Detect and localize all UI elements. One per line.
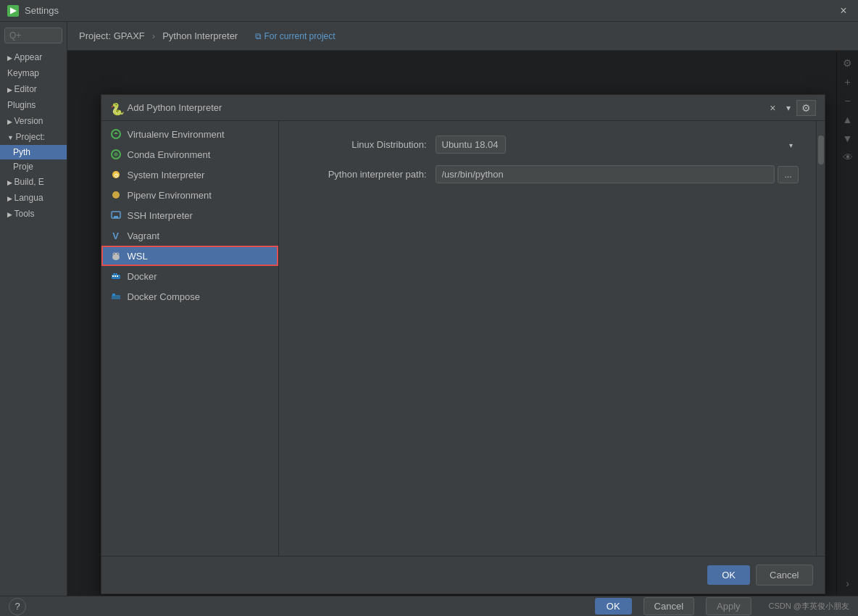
sidebar-item-appearance[interactable]: Appear [0,49,67,65]
dialog-python-icon: 🐍 [110,102,122,114]
docker-icon [110,270,122,282]
main-content: Appear Keymap Editor Plugins Version Pro… [0,22,858,596]
svg-text:⚙: ⚙ [113,172,118,179]
linux-distro-label: Linux Distribution: [296,139,427,150]
linux-distro-dropdown-wrapper: Ubuntu 18.04 ▾ [436,136,799,154]
app-icon: ▶ [7,5,19,17]
dialog-title-left: 🐍 Add Python Interpreter [110,102,222,114]
search-input[interactable] [4,28,62,43]
title-bar-left: ▶ Settings [7,5,59,17]
breadcrumb-page: Python Interpreter [162,30,238,41]
status-bar-right: OK Cancel Apply CSDN @李英俊小朋友 [595,597,849,615]
svg-point-11 [117,254,118,255]
conda-icon [110,149,122,160]
browse-button[interactable]: ... [778,166,798,183]
add-interpreter-dialog: 🐍 Add Python Interpreter × ▾ ⚙ [101,94,825,594]
settings-window: ▶ Settings × Appear Keymap Editor Plugin… [0,0,858,616]
dialog-cancel-button[interactable]: Cancel [756,565,812,586]
python-path-row: Python interpreter path: ... [296,165,799,183]
dialog-title-text: Add Python Interpreter [128,102,222,113]
scrollbar-thumb[interactable] [818,136,824,165]
for-current-project-link[interactable]: ⧉ For current project [255,31,335,41]
sidebar: Appear Keymap Editor Plugins Version Pro… [0,22,67,596]
vagrant-label: Vagrant [128,230,160,241]
watermark: CSDN @李英俊小朋友 [769,601,849,612]
svg-rect-14 [114,275,116,277]
sidebar-item-keymap[interactable]: Keymap [0,65,67,81]
help-button[interactable]: ? [9,598,26,615]
ssh-icon [110,209,122,221]
dialog-close-button[interactable]: × [765,101,780,115]
dialog-overlay: 🐍 Add Python Interpreter × ▾ ⚙ [67,51,858,596]
svg-rect-19 [112,294,115,296]
main-cancel-button[interactable]: Cancel [644,597,694,615]
docker-label: Docker [128,271,157,282]
breadcrumb-project: Project: GPAXF [79,30,145,41]
svg-point-4 [112,191,120,199]
dialog-footer: OK Cancel [101,556,825,594]
settings-spacer [279,353,816,556]
svg-point-10 [113,254,114,255]
main-ok-button[interactable]: OK [595,598,632,615]
sidebar-item-project[interactable]: Project: [0,129,67,145]
pipenv-label: Pipenv Environment [128,190,212,201]
dialog-title-right: × ▾ ⚙ [765,100,815,116]
interpreter-settings-panel: Linux Distribution: Ubuntu 18.04 ▾ [279,121,816,353]
virtualenv-label: Virtualenv Environment [128,129,225,140]
interpreter-type-virtualenv[interactable]: Virtualenv Environment [101,124,278,144]
ssh-label: SSH Interpreter [128,210,193,221]
svg-rect-17 [115,273,117,275]
sidebar-subitem-project-structure[interactable]: Proje [0,159,67,174]
sidebar-item-version[interactable]: Version [0,113,67,129]
interpreter-type-conda[interactable]: Conda Environment [101,144,278,165]
sidebar-item-editor[interactable]: Editor [0,81,67,97]
interpreter-type-docker-compose[interactable]: Docker Compose [101,286,278,307]
wsl-label: WSL [128,251,148,262]
linux-distro-control: Ubuntu 18.04 ▾ [436,136,799,154]
sidebar-subitem-python[interactable]: Pyth [0,145,67,159]
conda-label: Conda Environment [128,149,211,160]
interpreter-type-ssh[interactable]: SSH Interpreter [101,205,278,225]
sidebar-item-tools[interactable]: Tools [0,206,67,222]
wsl-icon [110,250,122,262]
main-panel: ⚙ + − ▲ ▼ 👁 › 🐍 Add Pytho [67,51,858,596]
dialog-body: Virtualenv Environment Conda Environment [101,121,825,556]
virtualenv-icon [110,128,122,140]
python-path-label: Python interpreter path: [296,169,427,180]
python-path-control: ... [436,165,799,183]
python-path-input[interactable] [436,165,775,183]
interpreter-type-pipenv[interactable]: Pipenv Environment [101,185,278,205]
sidebar-item-languages[interactable]: Langua [0,190,67,206]
main-apply-button[interactable]: Apply [706,597,751,615]
pipenv-icon [110,189,122,201]
window-title: Settings [25,5,59,16]
dialog-ok-button[interactable]: OK [707,565,750,585]
docker-compose-icon [110,291,122,302]
sidebar-item-plugins[interactable]: Plugins [0,97,67,113]
interpreter-type-docker[interactable]: Docker [101,266,278,286]
breadcrumb-arrow: › [152,30,155,41]
sidebar-item-build[interactable]: Build, E [0,174,67,190]
svg-rect-6 [114,216,118,218]
dialog-scrollbar[interactable] [816,121,825,556]
interpreter-type-vagrant[interactable]: V Vagrant [101,225,278,246]
title-bar: ▶ Settings × [0,0,858,22]
linux-distro-select[interactable]: Ubuntu 18.04 [436,136,506,154]
system-icon: ⚙ [110,169,122,180]
system-label: System Interpreter [128,170,205,180]
dialog-gear-button[interactable]: ⚙ [796,100,816,116]
linux-distro-dropdown-arrow: ▾ [789,141,793,149]
svg-rect-15 [117,275,118,277]
window-close-button[interactable]: × [836,4,851,18]
dialog-title-bar: 🐍 Add Python Interpreter × ▾ ⚙ [101,95,825,121]
linux-distro-row: Linux Distribution: Ubuntu 18.04 ▾ [296,136,799,154]
svg-rect-13 [112,275,114,277]
interpreter-type-wsl[interactable]: WSL [101,246,278,266]
svg-rect-16 [113,273,114,275]
vagrant-icon: V [110,230,122,241]
interpreter-type-system[interactable]: ⚙ System Interpreter [101,165,278,185]
docker-compose-label: Docker Compose [128,291,200,302]
header-bar: Project: GPAXF › Python Interpreter ⧉ Fo… [67,22,858,51]
status-bar: ? OK Cancel Apply CSDN @李英俊小朋友 [0,596,858,616]
dialog-dropdown-button[interactable]: ▾ [783,101,794,115]
